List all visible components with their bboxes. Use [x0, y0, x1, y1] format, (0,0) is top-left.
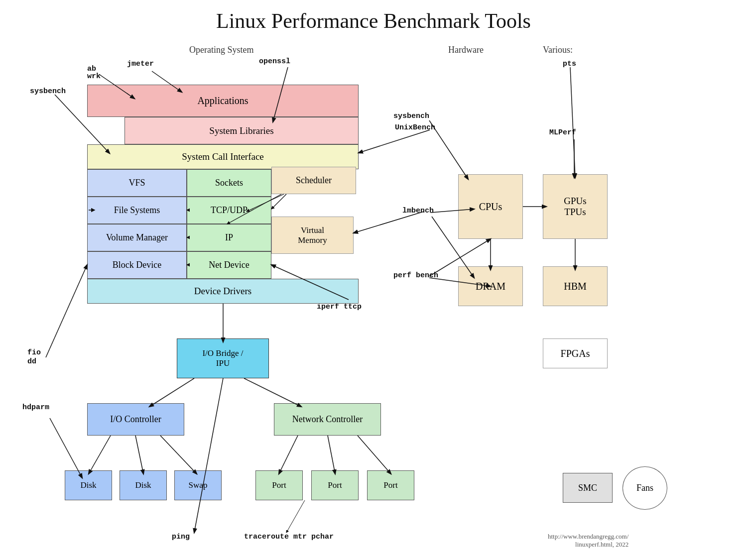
footer-label: http://www.brendangregg.com/linuxperf.ht… [548, 533, 628, 549]
sockets-box: Sockets [187, 169, 271, 197]
hdparm-label: hdparm [22, 403, 49, 412]
port2-box: Port [311, 470, 359, 500]
system-call-interface-box: System Call Interface [87, 144, 359, 169]
svg-line-22 [279, 436, 298, 474]
device-drivers-box: Device Drivers [87, 279, 359, 304]
fpgas-box: FPGAs [543, 338, 608, 368]
openssl-label: openssl [259, 57, 290, 66]
pts-label: pts [563, 60, 576, 68]
hbm-box: HBM [543, 266, 608, 306]
smc-box: SMC [563, 473, 613, 503]
svg-line-15 [50, 418, 82, 478]
disk1-box: Disk [65, 470, 112, 500]
sysbench-right-label: sysbench [393, 112, 429, 120]
svg-line-23 [328, 436, 335, 474]
scheduler-box: Scheduler [271, 167, 356, 194]
io-controller-box: I/O Controller [87, 403, 184, 436]
system-libraries-box: System Libraries [124, 117, 359, 144]
io-bridge-box: I/O Bridge /IPU [177, 338, 269, 378]
svg-line-30 [271, 194, 286, 209]
jmeter-label: jmeter [127, 60, 154, 68]
svg-line-18 [244, 378, 301, 407]
svg-line-20 [135, 436, 143, 474]
tcp-udp-box: TCP/UDP [187, 197, 271, 224]
applications-box: Applications [87, 85, 359, 117]
diagram-area: Operating System Hardware Various: sysbe… [0, 40, 747, 560]
svg-line-24 [358, 436, 391, 474]
unixbench-label: UnixBench [395, 123, 435, 132]
wrk-label: wrk [87, 72, 101, 81]
hardware-section-label: Hardware [448, 45, 484, 55]
svg-line-25 [194, 378, 223, 533]
page-title: Linux Performance Benchmark Tools [0, 0, 747, 38]
svg-line-19 [89, 436, 111, 474]
block-device-box: Block Device [87, 251, 187, 279]
svg-line-17 [149, 378, 194, 407]
swap-box: Swap [174, 470, 222, 500]
mlperf-label: MLPerf [549, 128, 576, 137]
fio-label: fio [27, 348, 41, 357]
svg-line-12 [570, 67, 575, 178]
dd-label: dd [27, 357, 36, 366]
net-device-box: Net Device [187, 251, 271, 279]
file-systems-box: File Systems [87, 197, 187, 224]
vfs-box: VFS [87, 169, 187, 197]
gpus-tpus-box: GPUsTPUs [543, 174, 608, 239]
os-section-label: Operating System [189, 45, 253, 55]
fans-box: Fans [622, 466, 667, 510]
various-section-label: Various: [543, 45, 573, 55]
svg-line-5 [359, 130, 430, 153]
volume-manager-box: Volume Manager [87, 224, 187, 251]
sysbench-left-label: sysbench [30, 87, 66, 96]
disk2-box: Disk [120, 470, 167, 500]
port1-box: Port [255, 470, 303, 500]
iperf-ttcp-label: iperf ttcp [317, 303, 362, 311]
ip-box: IP [187, 224, 271, 251]
perf-bench-label: perf bench [393, 271, 438, 280]
svg-line-21 [160, 436, 197, 474]
svg-line-14 [46, 265, 87, 357]
ping-label: ping [172, 533, 190, 541]
lmbench-label: lmbench [402, 207, 434, 215]
svg-line-26 [286, 500, 305, 533]
traceroute-label: traceroute mtr pchar [244, 533, 334, 541]
virtual-memory-box: VirtualMemory [271, 217, 354, 254]
network-controller-box: Network Controller [274, 403, 381, 436]
port3-box: Port [367, 470, 414, 500]
cpus-box: CPUs [458, 174, 523, 239]
dram-box: DRAM [458, 266, 523, 306]
